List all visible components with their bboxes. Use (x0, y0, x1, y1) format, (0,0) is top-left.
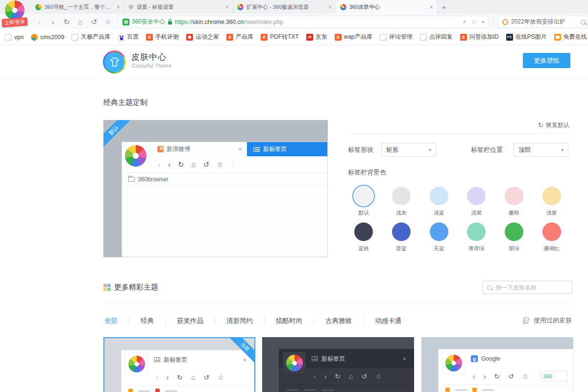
swatch-name: 天蓝 (434, 245, 444, 252)
bookmark-item[interactable]: PDF转TXT (261, 33, 299, 41)
browser-search-box[interactable]: 2022年放假安排出炉 (498, 16, 588, 28)
swatch-skyblue[interactable]: 天蓝 (420, 222, 458, 252)
tab-settings[interactable]: ⚙ 设置 - 标签设置 × (124, 0, 233, 14)
search-suggestion[interactable]: 2022年放假安排出炉 (511, 18, 565, 26)
swatch-circle[interactable] (392, 187, 411, 205)
swatch-pink[interactable]: 嫩粉 (495, 187, 533, 217)
swatch-lightgray[interactable]: 浅灰 (383, 187, 420, 217)
bookmark-label: 评论管理 (389, 33, 413, 41)
theme-card-bluegray[interactable]: g Google ‹ › ↻ ↺ ☆ 360 (421, 337, 573, 392)
swatch-circle[interactable] (354, 222, 373, 241)
tab-360nav[interactable]: 360导航_一个主页，整个世界 × (31, 0, 124, 14)
category-classic[interactable]: 经典 (129, 317, 166, 324)
swatch-circle[interactable] (505, 187, 523, 205)
browser-logo[interactable]: 立即登录 (3, 0, 30, 29)
bookmark-star-icon[interactable]: ☆ (101, 18, 115, 25)
recent-icon[interactable]: ↺ (87, 18, 101, 25)
category-all[interactable]: 全部 (103, 317, 129, 324)
url-text[interactable]: https://skin.chrome.360.cn/new/index.php (175, 19, 283, 25)
bookmark-item[interactable]: 运动之家 (186, 33, 219, 41)
skin-search-box[interactable] (482, 281, 572, 294)
tab-close-icon[interactable]: × (225, 3, 229, 11)
swatch-lightpurple[interactable]: 浅紫 (458, 187, 495, 217)
quick-access-icon[interactable]: ⚡ (462, 19, 466, 25)
nav-buttons: ‹ › ↻ ⌂ ↺ ☆ (32, 14, 115, 29)
folder-icon (128, 177, 135, 182)
swatch-circle[interactable] (354, 187, 373, 205)
new-tab-button[interactable]: + (437, 0, 451, 14)
swatch-mint[interactable]: 薄荷绿 (458, 222, 495, 252)
swatch-green[interactable]: 翠绿 (495, 222, 533, 252)
bookmark-item[interactable]: 在线PS图片 (506, 33, 547, 41)
tab-shape-label: 标签形状 (348, 143, 373, 157)
bookmark-item[interactable]: 天极产品库 (72, 33, 110, 41)
mini-address-text: 360 (543, 373, 552, 379)
address-bar[interactable]: 360安全中心 https://skin.chrome.360.cn/new/i… (118, 16, 489, 28)
tab-position-select[interactable]: 顶部 ▾ (514, 143, 568, 157)
swatch-circle[interactable] (467, 187, 486, 205)
swatch-lightblue[interactable]: 浅蓝 (420, 187, 458, 217)
bookmark-item[interactable]: wap产品库 (335, 33, 372, 41)
security-badge-label[interactable]: 360安全中心 (132, 18, 165, 26)
swatch-circle[interactable] (430, 187, 448, 205)
swatch-darknavy[interactable]: 蓝铁 (345, 222, 383, 252)
home-icon[interactable]: ⌂ (74, 18, 87, 25)
swatch-circle[interactable] (542, 222, 561, 241)
bookmark-item[interactable]: vpn (5, 34, 24, 41)
dropdown-caret-icon[interactable]: ▾ (482, 20, 484, 24)
category-elegant[interactable]: 古典雅致 (314, 317, 364, 324)
swatch-circle[interactable] (505, 222, 523, 241)
swatch-default[interactable]: 默认 (345, 187, 383, 217)
bookmark-item[interactable]: 产品库 (226, 33, 253, 41)
change-wallpaper-button[interactable]: 更换壁纸 (523, 53, 570, 68)
bookmark-item[interactable]: 手机评测 (146, 33, 179, 41)
swatch-name: 浅灰 (396, 209, 407, 217)
restore-default-link[interactable]: ↻ 恢复默认 (538, 121, 569, 129)
swatch-circle[interactable] (542, 187, 561, 205)
swatch-circle[interactable] (467, 222, 486, 241)
category-cool[interactable]: 炫酷时尚 (265, 317, 314, 324)
swatch-circle[interactable] (430, 222, 448, 241)
bookmark-label: wap产品库 (344, 33, 372, 41)
category-cartoon[interactable]: 动感卡通 (364, 317, 413, 324)
color-swatch-grid: 默认 浅灰 浅蓝 浅紫 嫩粉 浅黄 蓝铁 普蓝 天蓝 薄荷绿 翠绿 珊瑚红 (345, 187, 570, 252)
tiny-icon (128, 389, 133, 392)
tab-shape-select[interactable]: 矩形 ▾ (381, 143, 436, 157)
tab-skin-center-active[interactable]: 360皮肤中心 × (336, 0, 437, 14)
theme-card-dark[interactable]: 新标签页 × ‹ › ↻ ⌂ ↺ ☆ (262, 337, 414, 392)
bookmark-item[interactable]: 点评回复 (420, 33, 453, 41)
swatch-coral[interactable]: 珊瑚红 (533, 222, 570, 252)
bookmark-label: 问答添加ID (469, 33, 499, 41)
reload-icon: ↻ (177, 373, 183, 381)
skin-search-input[interactable] (495, 284, 567, 291)
bookmark-item[interactable]: 免费在线 (554, 33, 587, 41)
swatch-royalblue[interactable]: 普蓝 (383, 222, 420, 252)
tab-title: 设置 - 标签设置 (137, 3, 222, 11)
magnifier-icon[interactable] (581, 20, 586, 24)
bookmark-item[interactable]: 评论管理 (380, 33, 413, 41)
tab-close-icon[interactable]: × (116, 3, 120, 11)
swatch-lightyellow[interactable]: 浅黄 (533, 187, 570, 217)
tab-extension-center[interactable]: 扩展中心 - 360极速浏览器 × (233, 0, 336, 14)
bookmark-label: cms2009 (40, 34, 64, 41)
category-fresh[interactable]: 清新简约 (215, 317, 265, 324)
bookmark-item[interactable]: 问答添加ID (460, 33, 499, 41)
tab-close-icon[interactable]: × (429, 3, 433, 11)
used-skins-link[interactable]: 使用过的皮肤 (522, 316, 572, 325)
mini-tab-weibo: 新浪微博 × (150, 142, 247, 156)
theme-card-light-current[interactable]: 当前 新标签页 × ‹ › ↻ ⌂ ↺ ☆ (103, 337, 255, 392)
login-badge[interactable]: 立即登录 (1, 17, 27, 27)
forward-icon[interactable]: › (46, 18, 60, 25)
category-award[interactable]: 获奖作品 (166, 317, 215, 324)
back-icon: ‹ (158, 160, 161, 169)
swatch-circle[interactable] (392, 222, 411, 241)
bookmark-item[interactable]: cms2009 (31, 34, 64, 41)
reload-icon[interactable]: ↻ (60, 18, 74, 25)
bookmark-item[interactable]: 京东 (306, 33, 327, 41)
weibo-icon (157, 146, 164, 152)
tab-close-icon[interactable]: × (328, 3, 332, 11)
favorite-star-icon[interactable]: ☆ (471, 18, 477, 25)
bookmark-item[interactable]: 百度 (118, 33, 139, 41)
back-icon[interactable]: ‹ (32, 18, 46, 25)
tiny-icon (155, 389, 160, 392)
